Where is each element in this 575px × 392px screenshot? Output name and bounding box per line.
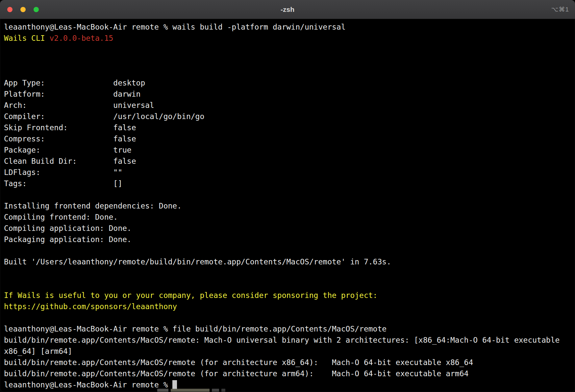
terminal-line: Platform: darwin <box>4 88 571 100</box>
terminal-line: build/bin/remote.app/Contents/MacOS/remo… <box>4 357 571 368</box>
terminal-screen[interactable]: leaanthony@Leas-MacBook-Air remote % wai… <box>0 19 575 392</box>
terminal-line: Arch: universal <box>4 100 571 111</box>
sponsor-link[interactable]: https://github.com/sponsors/leaanthony <box>4 302 177 311</box>
terminal-text: build/bin/remote.app/Contents/MacOS/remo… <box>4 369 468 378</box>
terminal-line: App Type: desktop <box>4 77 571 88</box>
terminal-line: x86_64] [arm64] <box>4 346 571 357</box>
terminal-text: Installing frontend dependencies: Done. <box>4 202 182 210</box>
terminal-line <box>4 245 571 256</box>
terminal-text: Arch: universal <box>4 101 154 110</box>
terminal-line: build/bin/remote.app/Contents/MacOS/remo… <box>4 334 571 346</box>
terminal-text: Built '/Users/leaanthony/remote/build/bi… <box>4 257 391 266</box>
traffic-lights <box>7 0 39 19</box>
terminal-line <box>4 279 571 290</box>
terminal-text: leaanthony@Leas-MacBook-Air remote % <box>4 380 172 389</box>
terminal-line <box>4 55 571 66</box>
terminal-text: Compiler: /usr/local/go/bin/go <box>4 112 204 121</box>
terminal-text: Clean Build Dir: false <box>4 157 136 165</box>
terminal-line: Tags: [] <box>4 178 571 189</box>
terminal-line: Compiler: /usr/local/go/bin/go <box>4 111 571 122</box>
terminal-text: Tags: [] <box>4 179 122 188</box>
terminal-text: LDFlags: "" <box>4 168 122 177</box>
terminal-window: -zsh ⌥⌘1 leaanthony@Leas-MacBook-Air rem… <box>0 0 575 392</box>
terminal-text: leaanthony@Leas-MacBook-Air remote % wai… <box>4 23 346 31</box>
terminal-text: Compress: false <box>4 135 136 143</box>
terminal-line: Packaging application: Done. <box>4 234 571 245</box>
terminal-line: Compress: false <box>4 133 571 144</box>
terminal-line: LDFlags: "" <box>4 167 571 178</box>
zoom-button[interactable] <box>34 7 39 12</box>
terminal-text: Compiling frontend: Done. <box>4 213 118 221</box>
terminal-line: build/bin/remote.app/Contents/MacOS/remo… <box>4 368 571 379</box>
terminal-line <box>4 66 571 77</box>
window-title: -zsh <box>0 6 575 13</box>
terminal-line: Skip Frontend: false <box>4 122 571 133</box>
terminal-text: Skip Frontend: false <box>4 123 136 132</box>
terminal-line: Clean Build Dir: false <box>4 156 571 167</box>
terminal-line: leaanthony@Leas-MacBook-Air remote % fil… <box>4 323 571 334</box>
terminal-text: Platform: darwin <box>4 90 140 98</box>
terminal-line: Compiling frontend: Done. <box>4 211 571 223</box>
terminal-text: leaanthony@Leas-MacBook-Air remote % fil… <box>4 325 387 333</box>
terminal-text: App Type: desktop <box>4 79 145 87</box>
terminal-text: build/bin/remote.app/Contents/MacOS/remo… <box>4 336 560 344</box>
window-titlebar[interactable]: -zsh ⌥⌘1 <box>0 0 575 19</box>
terminal-line <box>4 44 571 55</box>
sponsor-message: If Wails is useful to you or your compan… <box>4 291 377 300</box>
terminal-line: Compiling application: Done. <box>4 223 571 234</box>
terminal-text: x86_64] [arm64] <box>4 347 72 355</box>
wails-version: v2.0.0-beta.15 <box>49 34 113 42</box>
minimize-button[interactable] <box>20 7 26 12</box>
terminal-line: Built '/Users/leaanthony/remote/build/bi… <box>4 256 571 267</box>
terminal-line: Installing frontend dependencies: Done. <box>4 200 571 211</box>
wails-cli-label: Wails CLI <box>4 34 49 42</box>
terminal-text: Package: true <box>4 146 132 154</box>
terminal-line: https://github.com/sponsors/leaanthony <box>4 301 571 312</box>
window-shortcut-hint: ⌥⌘1 <box>551 0 569 19</box>
terminal-line: If Wails is useful to you or your compan… <box>4 290 571 301</box>
close-button[interactable] <box>7 7 12 12</box>
background-window-fragment <box>157 388 225 392</box>
terminal-text: Compiling application: Done. <box>4 224 132 233</box>
terminal-line: leaanthony@Leas-MacBook-Air remote % <box>4 379 571 390</box>
terminal-line: leaanthony@Leas-MacBook-Air remote % wai… <box>4 21 571 33</box>
terminal-line <box>4 189 571 200</box>
terminal-line <box>4 312 571 323</box>
terminal-text: build/bin/remote.app/Contents/MacOS/remo… <box>4 358 473 367</box>
terminal-line: Package: true <box>4 144 571 156</box>
terminal-text: Packaging application: Done. <box>4 235 132 244</box>
terminal-line <box>4 267 571 279</box>
terminal-line: Wails CLI v2.0.0-beta.15 <box>4 33 571 44</box>
